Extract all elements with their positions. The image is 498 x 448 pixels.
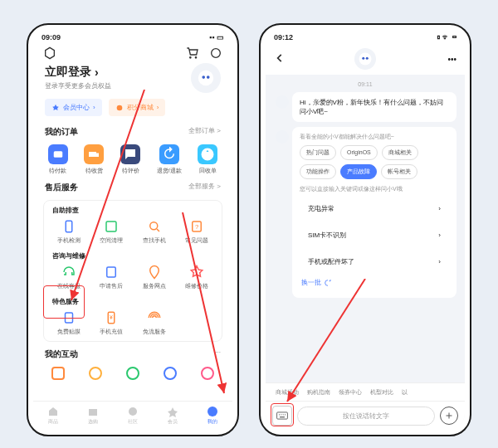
chevron-right-icon: › [93, 104, 95, 111]
svc-apply[interactable]: 申请售后 [93, 264, 129, 290]
svg-text:?: ? [195, 223, 198, 231]
svg-rect-17 [52, 368, 64, 379]
chip-hot[interactable]: 热门问题 [300, 145, 336, 160]
order-pending-pay[interactable]: 待付款 [48, 144, 68, 175]
chat-input-bar: 按住说话转文字 [266, 401, 465, 430]
nav-community[interactable]: 社区 [127, 406, 139, 426]
back-icon[interactable] [274, 52, 286, 66]
keyboard-icon[interactable] [272, 406, 292, 426]
svg-point-28 [362, 57, 364, 60]
pill-points[interactable]: 积分商城› [109, 99, 166, 116]
chip-product-fault[interactable]: 产品故障 [340, 164, 377, 179]
section-title: 我的互动 [45, 348, 78, 360]
tab-more[interactable]: 以 [402, 388, 408, 397]
svg-rect-7 [96, 153, 99, 158]
tab-coupon[interactable]: 领券中心 [339, 388, 362, 397]
faq-charging[interactable]: 充电异常› [300, 197, 449, 220]
status-bar: 09:09 ▪▪ ▭ [33, 30, 232, 43]
settings-hex-icon[interactable] [43, 46, 56, 60]
orders-row: 待付款 待收货 待评价 退货/退款 回收单 [33, 141, 232, 178]
status-icons: ▪▪ ▭ [209, 33, 224, 41]
faq-sim[interactable]: SIM卡不识别› [300, 224, 449, 246]
svc-clean[interactable]: 空间清理 [93, 218, 129, 245]
svg-point-32 [281, 414, 281, 415]
svc-recharge[interactable]: ¥手机充值 [93, 309, 129, 336]
svg-rect-22 [89, 409, 97, 416]
service-more[interactable]: 全部服务 > [188, 182, 221, 193]
svg-point-24 [208, 407, 217, 416]
svg-point-3 [207, 75, 210, 79]
nav-home[interactable]: 商品 [47, 406, 59, 426]
svc-phone-check[interactable]: 手机检测 [51, 218, 87, 245]
svg-point-0 [212, 49, 221, 58]
interact-3[interactable] [124, 365, 141, 382]
svg-point-21 [202, 368, 213, 379]
more-icon[interactable]: ••• [447, 55, 456, 64]
pill-member[interactable]: 会员中心› [45, 99, 102, 116]
svc-price[interactable]: 维修价格 [178, 264, 215, 290]
svc-find[interactable]: 查找手机 [136, 218, 173, 245]
tab-compare[interactable]: 机型对比 [370, 388, 393, 397]
chat-bubble-options: 看看全能的小V都能解决什么问题吧~ 热门问题 OriginOS 商城相关 功能操… [292, 127, 456, 298]
section-title: 售后服务 [45, 182, 78, 193]
chip-account[interactable]: 帐号相关 [381, 164, 417, 179]
svg-point-31 [279, 414, 280, 415]
svg-point-27 [359, 53, 372, 66]
tab-guide[interactable]: 购机指南 [307, 388, 330, 397]
chevron-right-icon: › [438, 204, 441, 213]
interact-1[interactable] [50, 365, 66, 382]
svc-film[interactable]: 免费贴膜 [51, 309, 87, 336]
svc-faq[interactable]: ?常见问题 [178, 218, 215, 245]
order-pending-review[interactable]: 待评价 [120, 144, 140, 175]
nav-shop[interactable]: 选购 [87, 406, 99, 426]
status-icons: ▯ ᯤ ▭ [437, 33, 456, 41]
chevron-right-icon: › [438, 231, 441, 240]
chip-originos[interactable]: OriginOS [340, 145, 378, 160]
svg-point-33 [283, 414, 284, 415]
chat-timestamp: 09:11 [276, 81, 455, 87]
phone-left: 09:09 ▪▪ ▭ 立即登录› 登录享受更多会员权益 会员中心› 积分商城› … [27, 23, 239, 436]
svc-location[interactable]: 服务网点 [136, 264, 173, 290]
nav-mine[interactable]: 我的 [207, 406, 218, 426]
svc-online-support[interactable]: 在线客服 [51, 264, 87, 290]
chat-bubble-greeting: Hi，亲爱的V粉，新年快乐！有什么问题，不妨问问小V吧~ [292, 92, 456, 122]
svg-rect-14 [65, 313, 72, 323]
interact-2[interactable] [87, 365, 104, 382]
svg-point-18 [90, 368, 101, 379]
interact-5[interactable] [199, 365, 216, 382]
order-pending-receive[interactable]: 待收货 [84, 144, 104, 175]
section-title: 我的订单 [45, 126, 78, 138]
chevron-right-icon: › [157, 104, 159, 111]
interact-more[interactable]: ··· [215, 348, 221, 360]
svg-point-10 [150, 222, 158, 230]
chip-mall[interactable]: 商城相关 [382, 145, 418, 160]
cart-icon[interactable] [186, 46, 199, 60]
nav-member[interactable]: 会员 [167, 406, 178, 426]
svg-point-2 [202, 75, 205, 79]
bot-avatar[interactable] [354, 48, 376, 70]
order-refund[interactable]: 退货/退款 [157, 144, 182, 175]
order-recycle[interactable]: 回收单 [198, 144, 217, 175]
chat-header: ••• [266, 43, 465, 75]
orders-more[interactable]: 全部订单 > [188, 126, 221, 138]
status-time: 09:09 [42, 33, 61, 41]
avatar[interactable] [191, 63, 221, 93]
faq-broken[interactable]: 手机或配件坏了› [300, 251, 449, 273]
svg-rect-8 [66, 221, 72, 232]
plus-icon[interactable] [440, 407, 458, 425]
chevron-right-icon: › [438, 257, 441, 266]
svg-point-20 [164, 368, 176, 379]
refresh-button[interactable]: 换一批 [301, 278, 447, 287]
chip-function[interactable]: 功能操作 [300, 164, 336, 179]
tab-promo[interactable]: 商城活动 [276, 388, 299, 397]
svg-rect-9 [106, 222, 116, 231]
svg-text:¥: ¥ [110, 314, 113, 320]
svg-point-23 [129, 407, 137, 416]
svc-freeflow[interactable]: 免流服务 [136, 309, 173, 336]
scan-icon[interactable] [209, 46, 222, 60]
status-time: 09:12 [274, 33, 293, 41]
quick-tabs: 商城活动 购机指南 领券中心 机型对比 以 [266, 382, 465, 402]
status-bar: 09:12 ▯ ᯤ ▭ [266, 30, 465, 43]
voice-input[interactable]: 按住说话转文字 [297, 407, 435, 426]
interact-4[interactable] [162, 365, 178, 382]
